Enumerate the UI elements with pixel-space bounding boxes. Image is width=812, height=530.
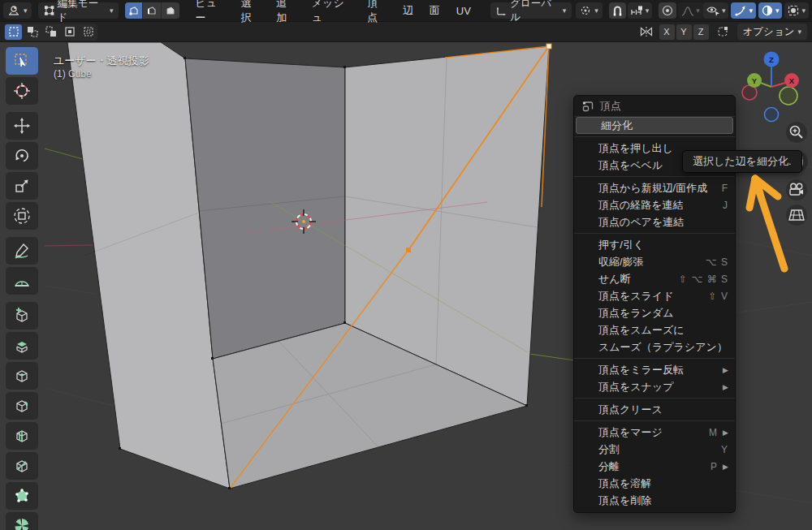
menu-item-split[interactable]: 分割Y	[574, 441, 735, 458]
tool-measure[interactable]	[6, 267, 38, 295]
menu-item-smooth-vertices[interactable]: 頂点をスムーズに	[574, 321, 735, 338]
menu-item-connect-vertex-path[interactable]: 頂点の経路を連結J	[574, 196, 735, 213]
context-menu-header: 頂点	[574, 96, 735, 117]
editor-type-button[interactable]: ▾	[3, 2, 32, 19]
magnet-icon	[612, 5, 623, 16]
menu-item-label: 分離	[598, 459, 620, 474]
snap-toggle[interactable]	[609, 2, 626, 19]
select-op-intersect[interactable]	[80, 24, 97, 40]
menu-item-separate[interactable]: 分離P▶	[574, 458, 735, 475]
menu-item-dissolve-vertices[interactable]: 頂点を溶解	[574, 475, 735, 492]
tool-loop-cut[interactable]	[6, 422, 38, 450]
active-object-label: (1) Cube	[54, 68, 92, 80]
menu-3[interactable]: メッシュ	[304, 2, 359, 19]
snap-base-toggle[interactable]	[714, 24, 732, 40]
tool-knife[interactable]	[6, 452, 38, 480]
tool-rotate[interactable]	[6, 142, 38, 170]
mode-label: 編集モード	[58, 0, 106, 24]
tool-cursor[interactable]	[6, 77, 38, 105]
menu-5[interactable]: 辺	[395, 2, 421, 19]
menu-separator	[574, 398, 735, 399]
mirror-axis-x-button[interactable]: X	[659, 24, 675, 40]
transform-orientation-dropdown[interactable]: グローバル ▾	[490, 2, 572, 19]
options-dropdown[interactable]: オプション ▾	[737, 24, 808, 40]
menu-item-snap-vertices[interactable]: 頂点をスナップ▶	[574, 378, 735, 395]
tool-select-box[interactable]	[6, 47, 38, 75]
menu-item-laplacian-smooth[interactable]: スムーズ（ラプラシアン）	[574, 338, 735, 355]
tool-scale[interactable]	[6, 172, 38, 200]
show-overlays-toggle[interactable]: ▾	[758, 2, 783, 19]
tool-move[interactable]	[6, 112, 38, 140]
mirror-axis-group: XYZ	[658, 24, 709, 40]
menu-item-label: せん断	[598, 272, 631, 287]
menu-item-label: 頂点をランダム	[598, 306, 674, 321]
menu-item-label: スムーズ（ラプラシアン）	[598, 340, 728, 355]
menu-item-hotkey: ⇧ V	[709, 291, 728, 302]
shading-dropdown[interactable]: ▾	[784, 2, 809, 19]
menu-4[interactable]: 頂点	[359, 2, 395, 19]
mirror-axis-y-button[interactable]: Y	[676, 24, 692, 40]
edge-select-mode-button[interactable]	[143, 2, 161, 19]
menu-item-label: 分割	[598, 442, 620, 457]
mirror-toggle[interactable]	[637, 24, 656, 40]
menu-item-delete-vertices[interactable]: 頂点を削除	[574, 492, 735, 509]
pivot-point-dropdown[interactable]: ▾	[576, 2, 603, 19]
blender-window: ユーザー・透視投影 (1) Cube ▾ 編集モード ▾	[0, 0, 812, 530]
tool-add-cube[interactable]	[6, 302, 38, 330]
shading-icon	[788, 5, 800, 16]
context-menu-items: 細分化頂点を押し出し頂点をベベル頂点から新規辺/面作成F頂点の経路を連結J頂点の…	[574, 117, 735, 509]
tool-extrude-region[interactable]	[6, 332, 38, 360]
visibility-dropdown[interactable]: ▾	[703, 2, 729, 19]
mode-dropdown[interactable]: 編集モード ▾	[38, 2, 119, 19]
mirror-butterfly-icon	[640, 26, 653, 37]
menu-item-push-pull[interactable]: 押す/引く	[574, 236, 735, 253]
menu-item-mirror-vertices[interactable]: 頂点をミラー反転▶	[574, 361, 735, 378]
menu-item-new-edge-face-from-vertices[interactable]: 頂点から新規辺/面作成F	[574, 179, 735, 196]
menu-2[interactable]: 追加	[268, 2, 304, 19]
tool-annotate[interactable]	[6, 237, 38, 265]
show-gizmo-toggle[interactable]: ▾	[731, 2, 756, 19]
active-vertex[interactable]	[546, 44, 551, 49]
cube-back-face[interactable]	[185, 58, 345, 359]
chevron-down-icon: ▾	[110, 7, 114, 15]
eye-pointer-icon	[706, 5, 720, 16]
tool-transform[interactable]	[6, 202, 38, 230]
tool-poly-build[interactable]	[6, 482, 38, 510]
select-op-invert[interactable]	[61, 24, 78, 40]
selected-midpoint-vertex[interactable]	[406, 248, 411, 252]
vertex-select-mode-button[interactable]	[125, 2, 143, 19]
tool-spin[interactable]	[6, 512, 38, 530]
proportional-editing-toggle[interactable]	[659, 2, 676, 19]
menu-separator	[574, 358, 735, 359]
chevron-down-icon: ▾	[749, 7, 753, 15]
select-op-extend[interactable]	[24, 24, 41, 40]
tool-inset-faces[interactable]	[6, 362, 38, 390]
menu-item-subdivide[interactable]: 細分化	[576, 117, 733, 134]
menu-item-shrink-fatten[interactable]: 収縮/膨張⌥ S	[574, 253, 735, 270]
viewport-menus: ビュー選択追加メッシュ頂点辺面UV	[188, 2, 479, 19]
mirror-axis-z-button[interactable]: Z	[693, 24, 709, 40]
menu-item-randomize-vertices[interactable]: 頂点をランダム	[574, 304, 735, 321]
menu-item-merge-vertices[interactable]: 頂点をマージM▶	[574, 424, 735, 441]
proportional-group: ▾	[659, 2, 703, 19]
menu-7[interactable]: UV	[448, 2, 479, 19]
select-op-set[interactable]	[5, 24, 22, 40]
menu-separator	[574, 420, 735, 421]
menu-item-label: 頂点をスムーズに	[598, 323, 685, 338]
menu-item-hotkey: ⇧ ⌥ ⌘ S	[679, 274, 728, 285]
menu-item-shear[interactable]: せん断⇧ ⌥ ⌘ S	[574, 270, 735, 287]
pivot-icon	[580, 5, 591, 16]
menu-1[interactable]: 選択	[233, 2, 269, 19]
tool-bevel[interactable]	[6, 392, 38, 420]
menu-item-connect-vertex-pairs[interactable]: 頂点のペアを連結	[574, 213, 735, 231]
menu-item-slide-vertices[interactable]: 頂点をスライド⇧ V	[574, 287, 735, 304]
menu-0[interactable]: ビュー	[188, 2, 233, 19]
select-op-subtract[interactable]	[42, 24, 59, 40]
menu-item-vertex-crease[interactable]: 頂点クリース	[574, 401, 735, 418]
menu-item-label: 頂点から新規辺/面作成	[598, 181, 707, 196]
proportional-falloff-dropdown[interactable]: ▾	[678, 2, 703, 19]
snap-target-dropdown[interactable]: ▾	[628, 2, 653, 19]
vertex-menu-icon	[582, 101, 594, 112]
menu-6[interactable]: 面	[421, 2, 448, 19]
face-select-mode-button[interactable]	[162, 2, 179, 19]
